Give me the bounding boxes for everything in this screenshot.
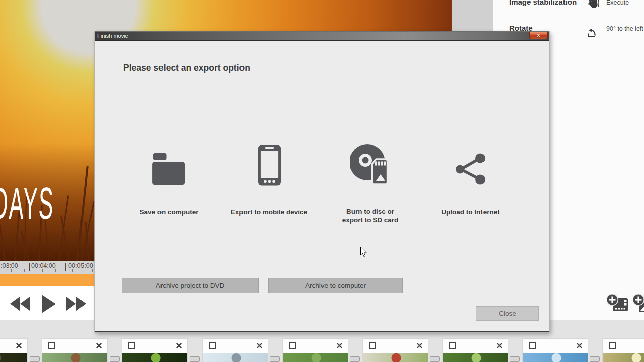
disc-sd-card-icon [350, 136, 390, 185]
timeline-minor-tick [92, 269, 93, 272]
preview-title-overlay: DAYS [0, 177, 55, 229]
mouse-cursor [360, 247, 367, 257]
export-option-mobile-device[interactable]: Export to mobile device [219, 136, 319, 224]
clip-card-header [603, 339, 644, 353]
play-icon [42, 295, 56, 313]
clip-card-header [283, 339, 348, 353]
dialog-title: Finish movie [97, 33, 128, 39]
close-button[interactable]: Close [476, 306, 539, 321]
transition-placeholder[interactable] [270, 356, 280, 362]
timeline-time-label: 00:04:00 [31, 262, 56, 269]
add-photo-button[interactable] [633, 294, 644, 314]
rewind-icon [10, 297, 30, 311]
add-video-icon [607, 294, 629, 314]
fast-forward-button[interactable] [66, 297, 87, 311]
clip-thumbnail[interactable] [122, 353, 187, 362]
play-button[interactable] [42, 295, 56, 313]
clip-select-checkbox[interactable] [209, 342, 216, 349]
clip-card-header [42, 339, 107, 353]
share-icon [455, 136, 486, 186]
clip-select-checkbox[interactable] [289, 342, 296, 349]
clip-card[interactable] [203, 339, 268, 362]
add-video-button[interactable] [607, 294, 629, 314]
transition-placeholder[interactable] [110, 356, 120, 362]
effect-row-image-stabilization: Image stabilization Execute [493, 0, 644, 18]
timeline-time-label: :03:00 [1, 262, 18, 269]
export-option-label: Burn to disc or export to SD card [342, 207, 399, 224]
clip-remove-icon[interactable] [96, 342, 102, 349]
timeline-minor-tick [5, 269, 5, 272]
transition-placeholder[interactable] [190, 356, 200, 362]
timeline-minor-tick [18, 269, 18, 272]
clip-remove-icon[interactable] [496, 342, 503, 349]
timeline-minor-tick [36, 269, 36, 272]
export-option-upload-internet[interactable]: Upload to Internet [420, 136, 521, 224]
rotate-left-button[interactable]: 90° to the left [606, 25, 643, 32]
clip-remove-icon[interactable] [176, 342, 182, 349]
clip-card[interactable] [0, 339, 27, 362]
export-option-save-on-computer[interactable]: Save on computer [119, 136, 219, 224]
clip-card[interactable] [122, 339, 187, 362]
transition-placeholder[interactable] [590, 356, 600, 362]
rewind-button[interactable] [10, 297, 30, 311]
finish-movie-dialog: Finish movie x Please select an export o… [95, 31, 549, 332]
export-option-label: Export to mobile device [231, 208, 307, 216]
transition-placeholder[interactable] [510, 356, 520, 362]
timeline-minor-tick [55, 269, 56, 272]
clip-select-checkbox[interactable] [48, 342, 55, 349]
clip-thumbnail[interactable] [283, 353, 348, 362]
transition-placeholder[interactable] [30, 356, 40, 362]
clip-select-checkbox[interactable] [529, 342, 536, 349]
clip-card-header [523, 339, 588, 353]
timeline-minor-tick [11, 269, 12, 272]
timeline-major-tick [65, 263, 66, 271]
clip-select-checkbox[interactable] [128, 342, 135, 349]
dialog-heading: Please select an export option [123, 63, 250, 73]
timeline-minor-tick [79, 269, 79, 272]
dialog-titlebar[interactable]: Finish movie x [95, 32, 549, 41]
clip-card[interactable] [42, 339, 107, 362]
clip-card-header [0, 339, 27, 353]
grass-blade [0, 225, 6, 261]
timeline-minor-tick [86, 269, 86, 272]
timeline-minor-tick [49, 269, 49, 272]
clip-remove-icon[interactable] [576, 342, 583, 349]
export-option-burn-disc-sd[interactable]: Burn to disc or export to SD card [320, 136, 421, 224]
hand-icon [587, 0, 600, 10]
clip-thumbnail[interactable] [523, 353, 588, 362]
timeline-major-tick [29, 263, 30, 271]
clip-remove-icon[interactable] [416, 342, 423, 349]
archive-project-to-dvd-button[interactable]: Archive project to DVD [122, 278, 259, 293]
export-option-label: Save on computer [139, 208, 198, 216]
clip-card-header [443, 339, 508, 353]
transition-placeholder[interactable] [350, 356, 360, 362]
execute-button[interactable]: Execute [606, 0, 629, 6]
rotate-left-icon [587, 27, 600, 40]
transition-placeholder[interactable] [430, 356, 440, 362]
archive-to-computer-button[interactable]: Archive to computer [268, 278, 403, 293]
clip-card-header [203, 339, 268, 353]
clip-thumbnail[interactable] [443, 353, 508, 362]
clip-select-checkbox[interactable] [449, 342, 456, 349]
clip-card[interactable] [363, 339, 428, 362]
clip-thumbnail[interactable] [363, 353, 428, 362]
clip-thumbnail[interactable] [42, 353, 107, 362]
clip-card-header [363, 339, 428, 353]
clip-thumbnail[interactable] [0, 353, 27, 362]
clip-select-checkbox[interactable] [369, 342, 376, 349]
clip-remove-icon[interactable] [256, 342, 263, 349]
clip-thumbnail[interactable] [203, 353, 268, 362]
clip-card[interactable] [523, 339, 588, 362]
clip-select-checkbox[interactable] [609, 342, 616, 349]
clip-remove-icon[interactable] [16, 342, 22, 349]
folder-icon [152, 136, 186, 186]
effect-title: Image stabilization [509, 0, 577, 6]
clip-remove-icon[interactable] [336, 342, 343, 349]
clip-card[interactable] [443, 339, 508, 362]
clip-card[interactable] [283, 339, 348, 362]
clip-card[interactable] [603, 339, 644, 362]
clip-thumbnail[interactable] [603, 353, 644, 362]
timeline-minor-tick [72, 269, 73, 272]
dialog-close-button[interactable]: x [529, 32, 548, 39]
smartphone-icon [258, 136, 281, 186]
